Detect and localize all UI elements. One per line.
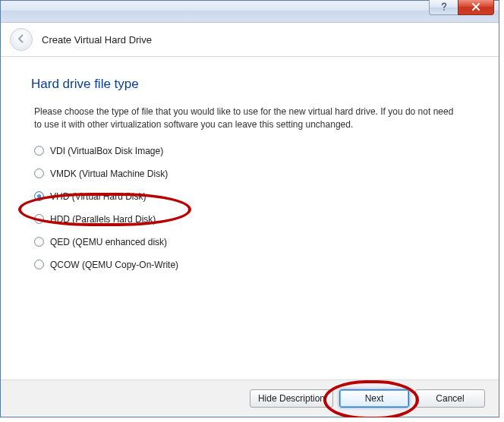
option-label: VDI (VirtualBox Disk Image) — [50, 146, 163, 156]
titlebar — [1, 1, 499, 23]
next-button[interactable]: Next — [339, 389, 409, 408]
wizard-title: Create Virtual Hard Drive — [42, 34, 152, 46]
arrow-left-icon — [16, 33, 27, 46]
option-qed[interactable]: QED (QEMU enhanced disk) — [34, 237, 473, 247]
option-label: QED (QEMU enhanced disk) — [50, 237, 167, 247]
radio-icon — [34, 146, 44, 156]
option-label: HDD (Parallels Hard Disk) — [50, 214, 156, 225]
option-label: VMDK (Virtual Machine Disk) — [50, 168, 168, 179]
cancel-button[interactable]: Cancel — [415, 389, 485, 408]
close-icon — [471, 2, 481, 14]
option-vhd[interactable]: VHD (Virtual Hard Disk) — [34, 191, 473, 202]
file-type-options: VDI (VirtualBox Disk Image) VMDK (Virtua… — [34, 146, 473, 270]
page-heading: Hard drive file type — [31, 77, 473, 92]
radio-icon — [34, 260, 44, 269]
page-description: Please choose the type of file that you … — [34, 106, 459, 132]
radio-icon — [34, 191, 44, 201]
radio-icon — [34, 237, 44, 247]
help-button[interactable] — [429, 0, 458, 15]
radio-icon — [34, 168, 44, 178]
option-vdi[interactable]: VDI (VirtualBox Disk Image) — [34, 146, 473, 156]
hide-description-button[interactable]: Hide Description — [250, 389, 333, 408]
wizard-header: Create Virtual Hard Drive — [1, 23, 499, 57]
option-label: QCOW (QEMU Copy-On-Write) — [50, 260, 178, 270]
option-label: VHD (Virtual Hard Disk) — [50, 191, 146, 202]
window-control-group — [429, 0, 494, 22]
close-button[interactable] — [458, 0, 494, 15]
option-hdd[interactable]: HDD (Parallels Hard Disk) — [34, 214, 473, 225]
wizard-body: Hard drive file type Please choose the t… — [1, 57, 499, 379]
option-qcow[interactable]: QCOW (QEMU Copy-On-Write) — [34, 260, 473, 270]
question-icon — [440, 2, 448, 13]
radio-icon — [34, 214, 44, 224]
back-button[interactable] — [10, 28, 33, 51]
wizard-footer: Hide Description Next Cancel — [1, 379, 499, 417]
wizard-dialog: Create Virtual Hard Drive Hard drive fil… — [0, 0, 499, 417]
option-vmdk[interactable]: VMDK (Virtual Machine Disk) — [34, 168, 473, 179]
svg-point-0 — [443, 8, 445, 10]
